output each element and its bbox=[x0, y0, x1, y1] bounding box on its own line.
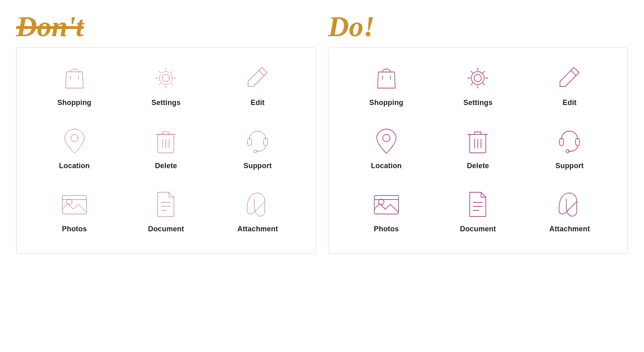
dont-edit-item: Edit bbox=[212, 64, 303, 107]
attachment-icon bbox=[555, 190, 584, 218]
photos-icon bbox=[372, 190, 400, 218]
attachment-icon bbox=[244, 190, 272, 218]
dont-document-item: Document bbox=[120, 190, 212, 233]
do-attachment-item: Attachment bbox=[524, 190, 615, 233]
do-delete-item: Delete bbox=[432, 127, 524, 170]
do-edit-item: Edit bbox=[524, 64, 615, 107]
attachment-label: Attachment bbox=[237, 225, 278, 233]
edit-label: Edit bbox=[563, 99, 577, 107]
do-shopping-item: Shopping bbox=[341, 64, 432, 107]
delete-icon bbox=[464, 127, 492, 155]
support-icon bbox=[244, 127, 272, 155]
do-icon-grid: Shopping Settings bbox=[341, 64, 615, 233]
location-label: Location bbox=[371, 162, 402, 170]
do-photos-item: Photos bbox=[341, 190, 432, 233]
do-support-item: Support bbox=[524, 127, 615, 170]
dont-attachment-item: Attachment bbox=[212, 190, 303, 233]
document-icon bbox=[464, 190, 492, 218]
dont-support-item: Support bbox=[212, 127, 303, 170]
main-panels: Don't Shopping bbox=[16, 12, 628, 254]
shopping-label: Shopping bbox=[369, 99, 403, 107]
shopping-label: Shopping bbox=[58, 99, 91, 107]
svg-point-25 bbox=[383, 134, 390, 142]
edit-label: Edit bbox=[251, 99, 265, 107]
support-label: Support bbox=[244, 162, 272, 170]
settings-icon bbox=[152, 64, 180, 92]
do-title: Do! bbox=[328, 12, 628, 41]
do-document-item: Document bbox=[432, 190, 524, 233]
photos-icon bbox=[60, 190, 89, 218]
delete-label: Delete bbox=[155, 162, 177, 170]
location-icon bbox=[60, 127, 89, 155]
svg-line-24 bbox=[571, 70, 576, 76]
edit-icon bbox=[244, 64, 272, 92]
svg-rect-14 bbox=[62, 196, 87, 214]
dont-title: Don't bbox=[16, 12, 316, 41]
svg-point-3 bbox=[159, 72, 172, 84]
attachment-label: Attachment bbox=[549, 225, 590, 233]
document-label: Document bbox=[148, 225, 184, 233]
dont-panel: Don't Shopping bbox=[16, 12, 316, 254]
svg-rect-11 bbox=[248, 138, 252, 146]
support-icon bbox=[555, 127, 584, 155]
photos-label: Photos bbox=[374, 225, 399, 233]
shopping-icon bbox=[60, 64, 89, 92]
svg-point-2 bbox=[162, 74, 169, 82]
settings-label: Settings bbox=[151, 99, 180, 107]
settings-icon bbox=[464, 64, 492, 92]
dont-location-item: Location bbox=[29, 127, 120, 170]
dont-photos-item: Photos bbox=[29, 190, 120, 233]
do-box: Shopping Settings bbox=[328, 47, 628, 254]
dont-icon-grid: Shopping Settings bbox=[29, 64, 303, 233]
settings-label: Settings bbox=[463, 99, 492, 107]
support-label: Support bbox=[555, 162, 584, 170]
document-label: Document bbox=[460, 225, 496, 233]
do-settings-item: Settings bbox=[432, 64, 524, 107]
delete-icon bbox=[152, 127, 180, 155]
edit-icon bbox=[555, 64, 584, 92]
dont-settings-item: Settings bbox=[120, 64, 212, 107]
location-label: Location bbox=[59, 162, 90, 170]
svg-point-5 bbox=[71, 134, 78, 142]
location-icon bbox=[372, 127, 400, 155]
dont-shopping-item: Shopping bbox=[29, 64, 120, 107]
dont-delete-item: Delete bbox=[120, 127, 212, 170]
dont-box: Shopping Settings bbox=[16, 47, 316, 254]
do-panel: Do! Shopping bbox=[328, 12, 628, 254]
do-location-item: Location bbox=[341, 127, 432, 170]
svg-line-4 bbox=[259, 70, 264, 76]
svg-point-23 bbox=[471, 72, 484, 84]
photos-label: Photos bbox=[62, 225, 87, 233]
svg-rect-12 bbox=[264, 138, 268, 146]
document-icon bbox=[152, 190, 180, 218]
svg-point-22 bbox=[474, 74, 481, 82]
delete-label: Delete bbox=[467, 162, 489, 170]
shopping-icon bbox=[372, 64, 400, 92]
